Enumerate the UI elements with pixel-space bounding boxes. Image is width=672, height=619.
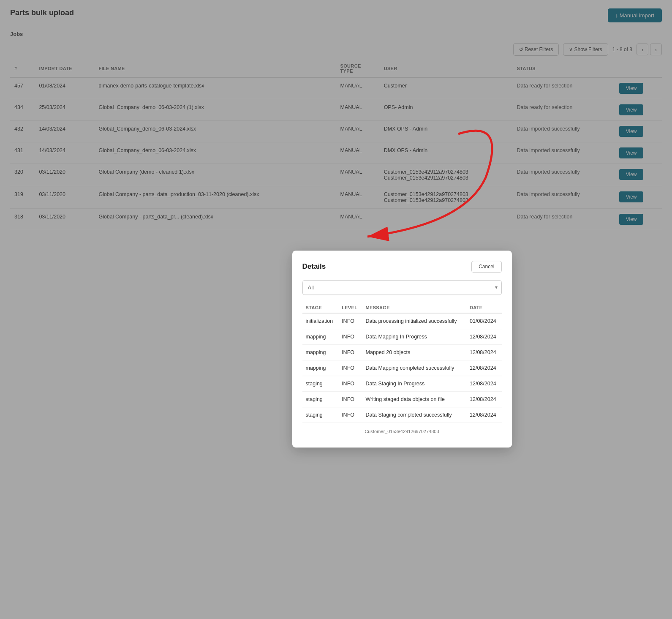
modal-header: Details Cancel xyxy=(302,261,502,273)
modal-cell-level: INFO xyxy=(338,391,362,407)
modal-table-row: mapping INFO Mapped 20 objects 12/08/202… xyxy=(302,344,502,360)
modal-cell-level: INFO xyxy=(338,360,362,376)
modal-cell-level: INFO xyxy=(338,329,362,344)
details-modal: Details Cancel All initialization mappin… xyxy=(292,251,512,447)
modal-cell-stage: mapping xyxy=(302,329,339,344)
modal-cell-level: INFO xyxy=(338,376,362,391)
modal-cell-message: Data Staging completed successfully xyxy=(362,407,467,423)
modal-cancel-button[interactable]: Cancel xyxy=(471,261,501,273)
modal-table-row: staging INFO Writing staged data objects… xyxy=(302,391,502,407)
modal-cell-level: INFO xyxy=(338,344,362,360)
modal-cell-message: Writing staged data objects on file xyxy=(362,391,467,407)
modal-cell-date: 12/08/2024 xyxy=(466,391,501,407)
modal-cell-stage: staging xyxy=(302,407,339,423)
modal-cell-date: 12/08/2024 xyxy=(466,360,501,376)
modal-col-date: DATE xyxy=(466,303,501,313)
modal-table-row: initialization INFO Data processing init… xyxy=(302,313,502,329)
modal-cell-stage: initialization xyxy=(302,313,339,329)
modal-col-message: MESSAGE xyxy=(362,303,467,313)
modal-footer-text: Customer_0153e429126970274803 xyxy=(302,429,502,434)
modal-table-row: staging INFO Data Staging completed succ… xyxy=(302,407,502,423)
modal-cell-stage: mapping xyxy=(302,360,339,376)
modal-cell-stage: mapping xyxy=(302,344,339,360)
modal-cell-date: 12/08/2024 xyxy=(466,376,501,391)
modal-cell-date: 12/08/2024 xyxy=(466,407,501,423)
modal-cell-message: Data Mapping In Progress xyxy=(362,329,467,344)
modal-cell-level: INFO xyxy=(338,407,362,423)
modal-cell-message: Data Staging In Progress xyxy=(362,376,467,391)
modal-table-row: staging INFO Data Staging In Progress 12… xyxy=(302,376,502,391)
modal-col-level: LEVEL xyxy=(338,303,362,313)
details-table: STAGE LEVEL MESSAGE DATE initialization … xyxy=(302,303,502,423)
modal-cell-message: Data Mapping completed successfully xyxy=(362,360,467,376)
modal-cell-date: 01/08/2024 xyxy=(466,313,501,329)
modal-cell-stage: staging xyxy=(302,376,339,391)
modal-table-row: mapping INFO Data Mapping In Progress 12… xyxy=(302,329,502,344)
modal-title: Details xyxy=(302,262,326,271)
modal-cell-level: INFO xyxy=(338,313,362,329)
modal-cell-message: Data processing initialized successfully xyxy=(362,313,467,329)
modal-filter-wrapper: All initialization mapping staging ▾ xyxy=(302,280,502,295)
modal-cell-message: Mapped 20 objects xyxy=(362,344,467,360)
modal-filter-select[interactable]: All initialization mapping staging xyxy=(302,280,502,295)
modal-cell-stage: staging xyxy=(302,391,339,407)
modal-cell-date: 12/08/2024 xyxy=(466,344,501,360)
modal-cell-date: 12/08/2024 xyxy=(466,329,501,344)
modal-table-row: mapping INFO Data Mapping completed succ… xyxy=(302,360,502,376)
modal-col-stage: STAGE xyxy=(302,303,339,313)
